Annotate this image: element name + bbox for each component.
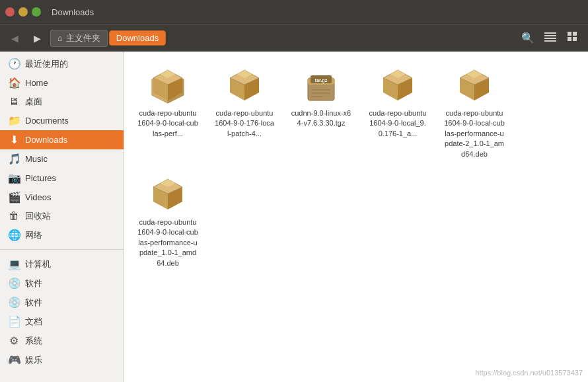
file-icon: [149, 69, 186, 106]
sidebar-section-main: 🕐 最近使用的 🏠 Home 🖥 桌面 📁 Documents ⬇ Downlo…: [0, 52, 124, 247]
file-icon: [149, 178, 186, 215]
sidebar-label-network: 网络: [25, 229, 42, 241]
list-item[interactable]: tar.gz cudnn-9.0-linux-x64-v7.6.3.30.tgz: [288, 65, 354, 163]
list-item[interactable]: cuda-repo-ubuntu1604-9-0-local-cublas-pe…: [135, 174, 201, 272]
sidebar-item-pictures[interactable]: 📷 Pictures: [0, 169, 124, 188]
documents-icon: 📁: [8, 114, 20, 127]
sidebar-label-downloads: Downloads: [25, 135, 67, 145]
svg-text:tar.gz: tar.gz: [315, 78, 328, 83]
search-button[interactable]: 🔍: [518, 29, 538, 48]
file-name: cudnn-9.0-linux-x64-v7.6.3.30.tgz: [291, 108, 351, 129]
docs2-icon: 📄: [8, 315, 20, 328]
current-folder-breadcrumb[interactable]: Downloads: [109, 30, 166, 46]
sidebar-label-recent: 最近使用的: [25, 58, 68, 70]
sidebar-label-software1: 软件: [25, 278, 42, 289]
computer-icon: 💻: [8, 258, 20, 270]
current-folder-label: Downloads: [116, 33, 159, 43]
content-area: cuda-repo-ubuntu1604-9-0-local-cublas-pe…: [124, 52, 588, 382]
sidebar-item-computer[interactable]: 💻 计算机: [0, 254, 124, 274]
toolbar: ◀ ▶ ⌂ 主文件夹 Downloads 🔍: [0, 24, 588, 52]
sidebar-item-downloads[interactable]: ⬇ Downloads: [0, 130, 124, 149]
sidebar-item-documents[interactable]: 📁 Documents: [0, 111, 124, 130]
sidebar-item-recent[interactable]: 🕐 最近使用的: [0, 54, 124, 73]
svg-rect-7: [573, 37, 577, 41]
software1-icon: 💿: [8, 277, 20, 289]
sidebar-item-software1[interactable]: 💿 软件: [0, 274, 124, 293]
file-name: cuda-repo-ubuntu1604-9-0-local-cublas-pe…: [137, 217, 198, 268]
window-title: Downloads: [52, 7, 94, 17]
sidebar-item-home[interactable]: 🏠 Home: [0, 73, 124, 93]
minimize-button[interactable]: [18, 7, 28, 17]
main-layout: 🕐 最近使用的 🏠 Home 🖥 桌面 📁 Documents ⬇ Downlo…: [0, 52, 588, 382]
sidebar-item-music[interactable]: 🎵 Music: [0, 149, 124, 169]
home-icon: ⌂: [57, 33, 63, 43]
svg-rect-2: [544, 38, 556, 39]
desktop-icon: 🖥: [8, 96, 20, 108]
sidebar-item-docs2[interactable]: 📄 文档: [0, 312, 124, 331]
sidebar-label-videos: Videos: [25, 192, 52, 202]
sidebar-item-trash[interactable]: 🗑 回收站: [0, 207, 124, 225]
sidebar-item-system[interactable]: ⚙ 系统: [0, 331, 124, 350]
list-view-button[interactable]: [540, 29, 560, 48]
forward-button[interactable]: ▶: [28, 30, 46, 47]
home-label: 主文件夹: [66, 32, 100, 44]
sidebar-label-pictures: Pictures: [25, 173, 56, 183]
file-icon: [456, 69, 493, 106]
file-name: cuda-repo-ubuntu1604-9-0-local_9.0.176-1…: [367, 108, 428, 139]
file-icon: [379, 69, 416, 106]
sidebar-label-home: Home: [25, 78, 48, 88]
back-button[interactable]: ◀: [5, 30, 24, 47]
svg-rect-6: [568, 37, 571, 41]
sidebar-label-docs2: 文档: [25, 316, 42, 328]
watermark: https://blog.csdn.net/u013573437: [475, 369, 583, 377]
sidebar-label-software2: 软件: [25, 297, 42, 309]
software2-icon: 💿: [8, 296, 20, 309]
home-breadcrumb[interactable]: ⌂ 主文件夹: [50, 30, 108, 47]
list-item[interactable]: cuda-repo-ubuntu1604-9-0-local_9.0.176-1…: [365, 65, 431, 163]
maximize-button[interactable]: [32, 7, 41, 17]
trash-icon: 🗑: [8, 210, 20, 222]
pictures-icon: 📷: [8, 172, 20, 184]
close-button[interactable]: [5, 7, 15, 17]
svg-rect-0: [544, 32, 556, 34]
sidebar-item-desktop[interactable]: 🖥 桌面: [0, 93, 124, 111]
file-name: cuda-repo-ubuntu1604-9-0-local-cublas-pe…: [137, 108, 198, 139]
sidebar-section-devices: 💻 计算机 💿 软件 💿 软件 📄 文档 ⚙ 系统 🎮 娱乐: [0, 252, 124, 372]
sidebar-label-trash: 回收站: [25, 210, 51, 222]
file-icon: tar.gz: [303, 69, 340, 106]
grid-view-button[interactable]: [563, 29, 583, 48]
list-view-icon: [544, 32, 556, 44]
music-icon: 🎵: [8, 153, 20, 165]
svg-rect-4: [568, 32, 571, 36]
grid-view-icon: [568, 32, 578, 45]
videos-icon: 🎬: [8, 191, 20, 204]
sidebar-item-entertainment[interactable]: 🎮 娱乐: [0, 350, 124, 369]
file-name: cuda-repo-ubuntu1604-9-0-176-local-patch…: [214, 108, 275, 139]
toolbar-actions: 🔍: [518, 29, 583, 48]
sidebar-label-music: Music: [25, 154, 48, 164]
sidebar: 🕐 最近使用的 🏠 Home 🖥 桌面 📁 Documents ⬇ Downlo…: [0, 52, 124, 382]
home-nav-icon: 🏠: [8, 77, 20, 89]
sidebar-item-videos[interactable]: 🎬 Videos: [0, 188, 124, 207]
sidebar-label-entertainment: 娱乐: [25, 354, 42, 366]
file-icon: [226, 69, 263, 106]
sidebar-label-documents: Documents: [25, 116, 69, 126]
window-controls: [5, 7, 41, 17]
entertainment-icon: 🎮: [8, 354, 20, 366]
sidebar-divider: [0, 249, 124, 250]
svg-rect-5: [573, 32, 577, 36]
list-item[interactable]: cuda-repo-ubuntu1604-9-0-local-cublas-pe…: [441, 65, 507, 163]
files-grid: cuda-repo-ubuntu1604-9-0-local-cublas-pe…: [135, 65, 577, 272]
svg-rect-1: [544, 35, 556, 36]
sidebar-item-network[interactable]: 🌐 网络: [0, 225, 124, 245]
search-icon: 🔍: [521, 32, 534, 44]
list-item[interactable]: cuda-repo-ubuntu1604-9-0-local-cublas-pe…: [135, 65, 201, 163]
sidebar-item-software2[interactable]: 💿 软件: [0, 293, 124, 312]
list-item[interactable]: cuda-repo-ubuntu1604-9-0-176-local-patch…: [211, 65, 277, 163]
network-icon: 🌐: [8, 229, 20, 241]
sidebar-label-desktop: 桌面: [25, 96, 42, 108]
sidebar-label-system: 系统: [25, 335, 42, 347]
file-name: cuda-repo-ubuntu1604-9-0-local-cublas-pe…: [444, 108, 505, 159]
breadcrumb: ⌂ 主文件夹 Downloads: [50, 30, 514, 47]
recent-icon: 🕐: [8, 57, 20, 70]
